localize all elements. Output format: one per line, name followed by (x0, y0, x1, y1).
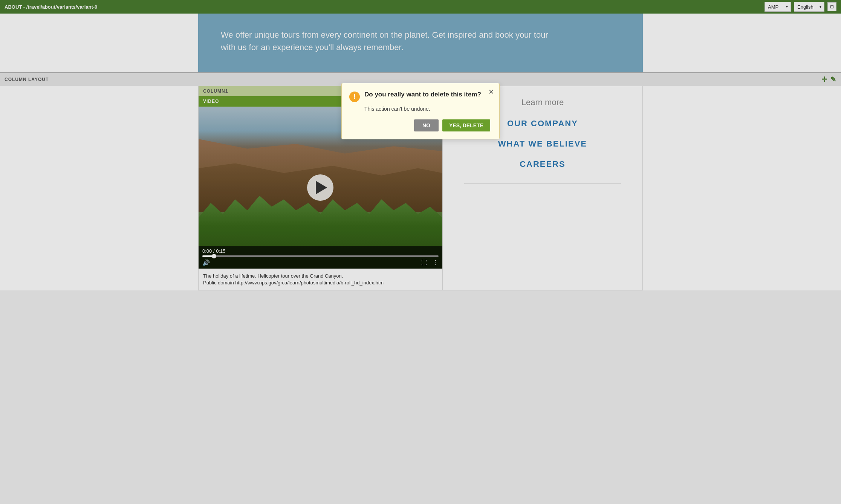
no-button[interactable]: NO (414, 119, 439, 131)
modal-overlay: ! Do you really want to delete this item… (0, 0, 841, 290)
modal-body: This action can't be undone. (364, 106, 490, 112)
modal-buttons: NO YES, DELETE (349, 119, 490, 131)
modal-title: Do you really want to delete this item? (364, 91, 490, 98)
warning-icon: ! (349, 92, 360, 102)
yes-delete-button[interactable]: YES, DELETE (442, 119, 490, 131)
modal-close-button[interactable]: ✕ (488, 88, 494, 96)
delete-confirm-modal: ! Do you really want to delete this item… (341, 83, 500, 139)
modal-header: ! Do you really want to delete this item… (349, 91, 490, 102)
